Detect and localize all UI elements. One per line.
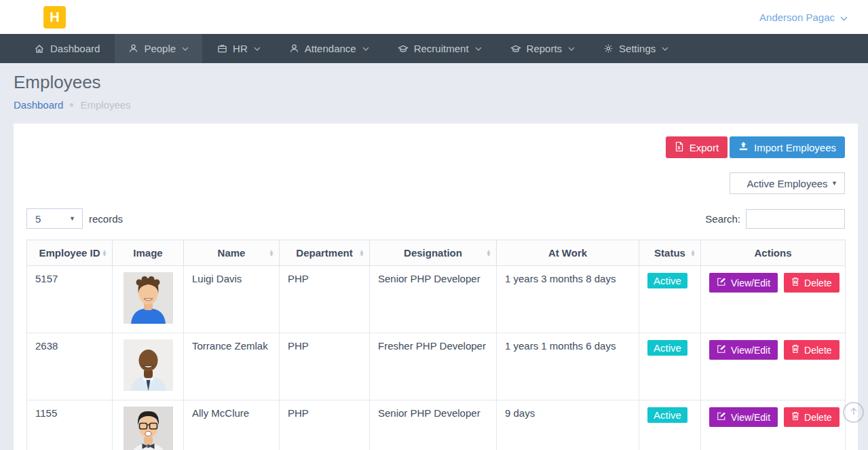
- sort-icon: ▲▼: [690, 250, 696, 257]
- graduation-cap-icon: [510, 43, 521, 54]
- arrow-up-icon: [849, 407, 858, 419]
- nav-label: Attendance: [305, 43, 356, 54]
- chevron-down-icon: [840, 12, 848, 23]
- table-row: 1155 Ally McClure PHP Senior PHP Develop…: [27, 400, 846, 450]
- edit-icon: [717, 344, 726, 356]
- nav-item-attendance[interactable]: Attendance: [276, 34, 383, 63]
- delete-button[interactable]: Delete: [784, 407, 839, 427]
- sort-icon: ▲▼: [359, 250, 364, 257]
- cell-employee-id: 2638: [27, 333, 113, 400]
- employees-card: Export Import Employees Active Employees…: [14, 124, 858, 450]
- edit-icon: [717, 277, 726, 288]
- breadcrumb-dashboard-link[interactable]: Dashboard: [14, 99, 63, 111]
- view-edit-button[interactable]: View/Edit: [709, 273, 778, 293]
- view-edit-button[interactable]: View/Edit: [709, 407, 778, 427]
- nav-item-reports[interactable]: Reports: [497, 34, 589, 63]
- breadcrumb-current: Employees: [80, 99, 130, 111]
- cell-at-work: 9 days: [497, 400, 639, 450]
- cell-employee-id: 5157: [27, 266, 113, 333]
- select-caret-icon: ▼: [69, 215, 75, 222]
- excel-file-icon: [675, 141, 684, 154]
- records-label: records: [89, 213, 123, 225]
- cell-name: Luigi Davis: [184, 266, 280, 333]
- cell-actions: View/EditDelete: [701, 333, 846, 400]
- user-menu[interactable]: Anderson Pagac: [759, 12, 848, 23]
- nav-item-dashboard[interactable]: Dashboard: [20, 34, 113, 63]
- sort-icon: ▲▼: [102, 250, 107, 257]
- cell-department: PHP: [280, 400, 370, 450]
- cell-image: [113, 400, 184, 450]
- sort-icon: ▲▼: [486, 250, 491, 257]
- col-header-department[interactable]: Department▲▼: [280, 240, 370, 266]
- employee-photo: [124, 339, 173, 391]
- person-icon: [289, 43, 299, 54]
- cell-at-work: 1 years 1 months 6 days: [497, 333, 639, 400]
- col-header-status[interactable]: Status▲▼: [639, 240, 701, 266]
- col-header-at-work: At Work: [497, 240, 639, 266]
- table-row: 2638 Torrance Zemlak PHP Fresher PHP Dev…: [27, 333, 846, 400]
- sort-icon: ▲▼: [269, 250, 274, 257]
- nav-label: Dashboard: [50, 43, 100, 54]
- cell-status: Active: [639, 400, 701, 450]
- export-label: Export: [690, 142, 719, 153]
- trash-icon: [791, 344, 799, 356]
- col-header-name[interactable]: Name▲▼: [184, 240, 280, 266]
- cell-employee-id: 1155: [27, 400, 113, 450]
- chevron-down-icon: [568, 47, 575, 51]
- col-header-image: Image: [113, 240, 184, 266]
- briefcase-icon: [217, 43, 227, 54]
- status-badge: Active: [647, 340, 687, 356]
- cell-department: PHP: [280, 266, 370, 333]
- select-caret-icon: ▼: [831, 180, 837, 187]
- cell-designation: Senior PHP Developer: [370, 266, 497, 333]
- cell-status: Active: [639, 266, 701, 333]
- delete-button[interactable]: Delete: [784, 340, 839, 360]
- col-header-employee-id[interactable]: Employee ID▲▼: [27, 240, 113, 266]
- employee-filter-select[interactable]: Active Employees ▼: [730, 172, 845, 194]
- chevron-down-icon: [254, 47, 261, 51]
- col-header-designation[interactable]: Designation▲▼: [370, 240, 497, 266]
- nav-label: People: [144, 43, 176, 54]
- export-button[interactable]: Export: [666, 136, 728, 158]
- status-badge: Active: [647, 273, 687, 288]
- table-header-row: Employee ID▲▼ Image Name▲▼ Department▲▼ …: [27, 240, 846, 266]
- chevron-down-icon: [182, 47, 189, 51]
- delete-button[interactable]: Delete: [784, 273, 839, 293]
- cell-name: Torrance Zemlak: [184, 333, 280, 400]
- employee-photo: [124, 272, 173, 324]
- home-icon: [34, 43, 45, 54]
- chevron-down-icon: [362, 47, 369, 51]
- user-name: Anderson Pagac: [759, 12, 835, 23]
- scroll-to-top-button[interactable]: [843, 402, 864, 423]
- nav-item-settings[interactable]: Settings: [590, 34, 682, 63]
- page-title: Employees: [14, 72, 868, 93]
- cell-image: [113, 266, 184, 333]
- employee-photo: [124, 407, 173, 450]
- filter-selected-value: Active Employees: [747, 178, 827, 189]
- import-employees-button[interactable]: Import Employees: [730, 136, 845, 158]
- search-input[interactable]: [746, 209, 845, 229]
- chevron-down-icon: [662, 47, 668, 51]
- table-row: 5157 Luigi Davis PHP Senior PHP Develope…: [27, 266, 846, 333]
- upload-icon: [738, 141, 749, 153]
- person-icon: [128, 43, 138, 54]
- nav-item-people[interactable]: People: [115, 34, 202, 63]
- trash-icon: [791, 411, 799, 423]
- records-per-page-select[interactable]: 5 ▼: [26, 208, 83, 229]
- cell-actions: View/EditDelete: [701, 400, 846, 450]
- breadcrumb: Dashboard Employees: [14, 99, 868, 111]
- cell-image: [113, 333, 184, 400]
- view-edit-button[interactable]: View/Edit: [709, 340, 778, 360]
- nav-label: Reports: [527, 43, 563, 54]
- breadcrumb-separator: [70, 103, 73, 107]
- nav-item-recruitment[interactable]: Recruitment: [384, 34, 495, 63]
- nav-label: Recruitment: [414, 43, 469, 54]
- cell-designation: Fresher PHP Developer: [370, 333, 497, 400]
- gear-icon: [603, 43, 614, 54]
- topbar: H Anderson Pagac: [0, 0, 868, 34]
- employees-table: Employee ID▲▼ Image Name▲▼ Department▲▼ …: [26, 240, 846, 450]
- app-logo[interactable]: H: [43, 6, 66, 29]
- nav-item-hr[interactable]: HR: [204, 34, 274, 63]
- graduation-cap-icon: [398, 43, 409, 54]
- edit-icon: [717, 411, 726, 423]
